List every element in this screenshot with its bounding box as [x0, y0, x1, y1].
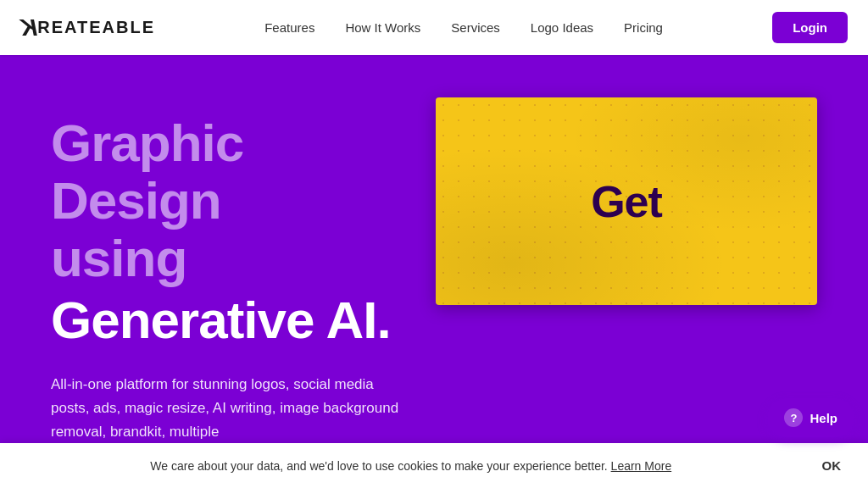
nav-link-how-it-works[interactable]: How It Works	[345, 20, 420, 35]
logo-icon: K	[20, 14, 37, 42]
cookie-banner: We care about your data, and we'd love t…	[0, 443, 868, 488]
nav-item-features[interactable]: Features	[264, 20, 314, 36]
nav-item-logo-ideas[interactable]: Logo Ideas	[531, 20, 593, 36]
nav-link-services[interactable]: Services	[451, 20, 500, 35]
hero-text: Graphic Design using Generative AI. All-…	[51, 106, 402, 444]
nav-links: Features How It Works Services Logo Idea…	[264, 20, 663, 36]
cookie-message: We care about your data, and we'd love t…	[20, 459, 802, 473]
hero-title-ai: Generative AI.	[51, 291, 402, 349]
card-get-text: Get	[591, 176, 662, 227]
login-button[interactable]: Login	[772, 12, 848, 43]
nav-link-features[interactable]: Features	[264, 20, 314, 35]
navbar: K REATEABLE Features How It Works Servic…	[0, 0, 868, 55]
cookie-learn-more-link[interactable]: Learn More	[611, 459, 672, 473]
logo-text: REATEABLE	[37, 18, 155, 37]
help-button[interactable]: ? Help	[767, 398, 854, 437]
cookie-ok-button[interactable]: OK	[815, 455, 849, 476]
nav-item-services[interactable]: Services	[451, 20, 500, 36]
nav-item-pricing[interactable]: Pricing	[624, 20, 663, 36]
nav-link-pricing[interactable]: Pricing	[624, 20, 663, 35]
hero-image-area: Get	[436, 97, 817, 305]
nav-item-how-it-works[interactable]: How It Works	[345, 20, 420, 36]
help-label: Help	[810, 411, 837, 425]
hero-section: Graphic Design using Generative AI. All-…	[0, 55, 868, 488]
hero-description: All-in-one platform for stunning logos, …	[51, 373, 402, 444]
nav-link-logo-ideas[interactable]: Logo Ideas	[531, 20, 593, 35]
help-icon: ?	[784, 408, 803, 427]
hero-title-line2: using	[51, 230, 402, 287]
cookie-message-text: We care about your data, and we'd love t…	[150, 459, 607, 473]
hero-title-line1: Graphic Design	[51, 114, 402, 230]
logo[interactable]: K REATEABLE	[20, 14, 155, 42]
hero-card: Get	[436, 97, 817, 305]
